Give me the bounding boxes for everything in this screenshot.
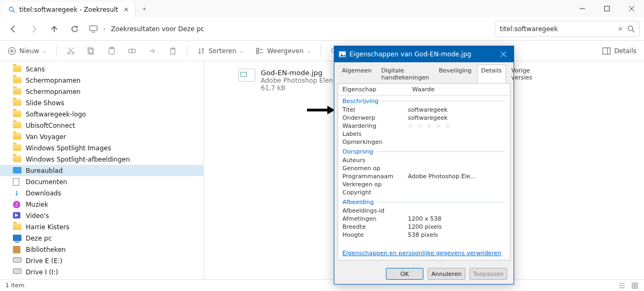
sidebar-item[interactable]: UbisoftConnect	[0, 120, 203, 131]
property-row[interactable]: Breedte1200 pixels	[338, 223, 510, 231]
property-group: Afbeelding	[338, 197, 510, 207]
view-button[interactable]: Weergeven ⌄	[253, 43, 313, 59]
plus-circle-icon	[8, 47, 16, 55]
cut-button[interactable]	[64, 43, 77, 59]
sidebar-item[interactable]: Schermopnamen	[0, 86, 203, 97]
clear-search-icon[interactable]: ✕	[618, 25, 623, 33]
dialog-tab[interactable]: Vorige versies	[507, 64, 537, 83]
dialog-tab[interactable]: Digitale handtekeningen	[377, 64, 434, 83]
ok-button[interactable]: OK	[386, 268, 423, 280]
sidebar-item-label: Scans	[26, 66, 45, 73]
svg-rect-3	[605, 6, 610, 11]
sidebar-item[interactable]: ↓Downloads	[0, 187, 203, 199]
sidebar-item[interactable]: Drive I (I:)	[0, 266, 203, 278]
sidebar-item[interactable]: Schermopnamen	[0, 75, 203, 86]
details-pane-button[interactable]: Details	[600, 43, 639, 59]
sidebar-item[interactable]: ♪Muziek	[0, 199, 203, 210]
sidebar-item[interactable]: Van Voyager	[0, 131, 203, 142]
sidebar-item[interactable]: ▶Video's	[0, 210, 203, 221]
paste-button[interactable]	[105, 43, 118, 59]
new-tab-button[interactable]: ＋	[136, 0, 153, 17]
icons-view-button[interactable]	[631, 282, 639, 289]
dialog-tab[interactable]: Details	[477, 64, 506, 83]
copy-button[interactable]	[85, 43, 98, 59]
sidebar-item-label: Downloads	[26, 190, 61, 197]
property-row[interactable]: Onderwerpsoftwaregeek	[338, 114, 510, 122]
share-button[interactable]	[146, 43, 159, 59]
image-file-icon	[339, 50, 346, 58]
property-row[interactable]: Labels	[338, 130, 510, 138]
sidebar-item[interactable]: Deze pc	[0, 232, 203, 244]
sidebar-item[interactable]: Slide Shows	[0, 97, 203, 108]
sidebar-tree[interactable]: ScansSchermopnamenSchermopnamenSlide Sho…	[0, 61, 204, 279]
sort-icon	[197, 47, 206, 55]
dialog-tab[interactable]: Beveiliging	[435, 64, 476, 83]
up-button[interactable]	[45, 20, 63, 38]
sidebar-item-label: Documenten	[26, 178, 67, 186]
sort-button[interactable]: Sorteren ⌄	[195, 43, 246, 59]
property-key: Auteurs	[342, 157, 408, 164]
folder-icon	[13, 111, 21, 118]
sidebar-item[interactable]: Bibliotheken	[0, 244, 203, 255]
minimize-button[interactable]	[570, 0, 595, 17]
monitor-icon	[89, 25, 98, 33]
property-row[interactable]: Copyright	[338, 188, 510, 197]
file-name: God-EN-mode.jpg	[261, 69, 333, 77]
property-key: Titel	[342, 106, 408, 113]
desktop-icon	[13, 167, 21, 174]
close-tab-icon[interactable]: ✕	[122, 6, 130, 13]
property-row[interactable]: Auteurs	[338, 156, 510, 164]
rename-button[interactable]	[126, 43, 138, 59]
sidebar-item[interactable]: Documenten	[0, 176, 203, 187]
property-row[interactable]: Titelsoftwaregeek	[338, 106, 510, 114]
dialog-tab[interactable]: Algemeen	[338, 64, 376, 83]
apply-button[interactable]: Toepassen	[470, 268, 507, 280]
search-input[interactable]	[500, 25, 613, 33]
sidebar-item[interactable]: Softwaregeek-logo	[0, 108, 203, 120]
property-row[interactable]: Afbeeldings-id	[338, 207, 510, 215]
folder-icon	[13, 99, 21, 107]
property-row[interactable]: Verkregen op	[338, 180, 510, 188]
back-button[interactable]	[4, 20, 23, 38]
details-pane-icon	[602, 47, 611, 55]
search-icon[interactable]	[627, 25, 635, 33]
forward-button[interactable]	[25, 20, 43, 38]
property-group: Beschrijving	[338, 96, 510, 106]
dialog-close-button[interactable]	[496, 48, 510, 60]
property-row[interactable]: Opmerkingen	[338, 138, 510, 146]
sidebar-item[interactable]: Scans	[0, 63, 203, 75]
sidebar-item[interactable]: Windows Spotlight-afbeeldingen	[0, 154, 203, 165]
browser-tab[interactable]: titel:softwaregeek - Zoekresult ✕	[3, 2, 136, 17]
property-key: Genomen op	[342, 165, 408, 172]
folder-icon	[13, 223, 21, 231]
down-icon: ↓	[13, 190, 21, 197]
remove-properties-link[interactable]: Eigenschappen en persoonlijke gegevens v…	[338, 246, 510, 260]
property-value	[408, 130, 506, 137]
sidebar-item[interactable]: Drive E (E:)	[0, 255, 203, 266]
svg-rect-36	[632, 283, 634, 285]
property-row[interactable]: Waardering☆ ☆ ☆ ☆ ☆	[338, 122, 510, 130]
details-view-button[interactable]	[618, 282, 626, 289]
sidebar-item[interactable]: Bureaublad	[0, 165, 203, 176]
breadcrumb[interactable]: › Zoekresultaten voor Deze pc	[86, 25, 487, 33]
property-row[interactable]: Genomen op	[338, 164, 510, 172]
close-window-button[interactable]	[619, 0, 644, 17]
ribbon-toolbar: Nieuw ⌄ Sorteren ⌄ Weergeven ⌄ Zoekopt D…	[0, 41, 644, 61]
property-key: Onderwerp	[342, 114, 408, 121]
property-row[interactable]: Hoogte538 pixels	[338, 231, 510, 239]
dialog-titlebar[interactable]: Eigenschappen van God-EN-mode.jpg	[334, 46, 514, 62]
property-row[interactable]: Afmetingen1200 x 538	[338, 215, 510, 223]
refresh-button[interactable]	[65, 20, 84, 38]
delete-button[interactable]	[166, 43, 179, 59]
properties-table[interactable]: Eigenschap Waarde BeschrijvingTitelsoftw…	[338, 84, 510, 246]
sidebar-item-label: Slide Shows	[26, 99, 64, 107]
property-row[interactable]: ProgrammanaamAdobe Photoshop Ele...	[338, 172, 510, 180]
sidebar-item[interactable]: Harrie Kisters	[0, 221, 203, 232]
search-box[interactable]: ✕	[495, 21, 640, 37]
sidebar-item[interactable]: Windows Spotlight Images	[0, 142, 203, 154]
maximize-button[interactable]	[595, 0, 619, 17]
new-button[interactable]: Nieuw ⌄	[5, 43, 49, 59]
svg-rect-6	[90, 26, 97, 31]
folder-icon	[13, 144, 21, 152]
cancel-button[interactable]: Annuleren	[428, 268, 465, 280]
